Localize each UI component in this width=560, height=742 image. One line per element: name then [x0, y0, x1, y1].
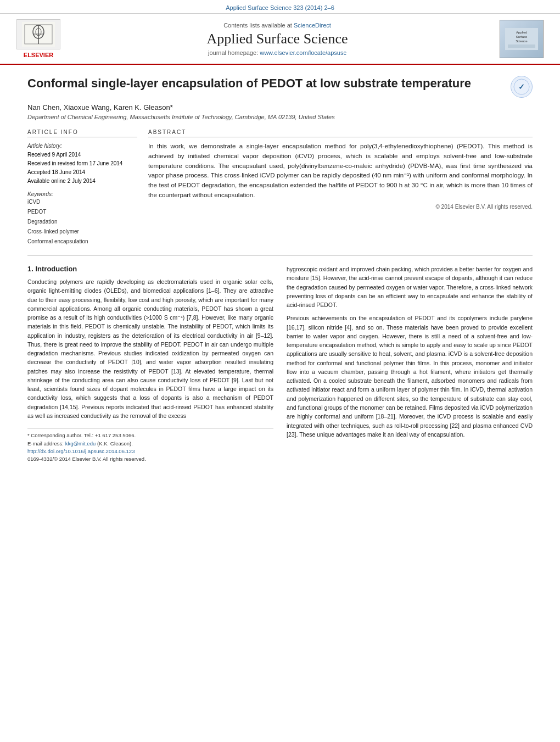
keywords-label: Keywords: — [27, 191, 137, 197]
keyword-icvd: iCVD — [27, 197, 137, 207]
body-two-col: 1. Introduction Conducting polymers are … — [27, 265, 533, 463]
keyword-crosslinked: Cross-linked polymer — [27, 227, 137, 237]
elsevier-brand-text: ELSEVIER — [24, 52, 53, 58]
footnote-email-link[interactable]: kkg@mit.edu — [65, 440, 96, 447]
footnote-email-line: E-mail address: kkg@mit.edu (K.K. Gleaso… — [27, 440, 273, 448]
intro-para-1: Conducting polymers are rapidly developi… — [27, 277, 273, 420]
section-divider — [27, 255, 533, 256]
article-info-abstract-section: ARTICLE INFO Article history: Received 9… — [27, 129, 533, 247]
article-info-column: ARTICLE INFO Article history: Received 9… — [27, 129, 137, 247]
footnote-area: * Corresponding author. Tel.: +1 617 253… — [27, 428, 273, 463]
article-title: Conformal single-layer encapsulation of … — [27, 76, 511, 92]
intro-para-right-2: Previous achievements on the encapsulati… — [287, 314, 533, 439]
svg-text:Surface: Surface — [516, 35, 528, 38]
article-info-header: ARTICLE INFO — [27, 129, 137, 137]
elsevier-logo: ELSEVIER — [11, 19, 66, 58]
svg-rect-10 — [508, 44, 535, 48]
intro-section-title: 1. Introduction — [27, 265, 273, 273]
authors: Nan Chen, Xiaoxue Wang, Karen K. Gleason… — [27, 103, 533, 111]
journal-logo-right: Applied Surface Science — [489, 20, 544, 58]
journal-ref-link[interactable]: Applied Surface Science 323 (2014) 2–6 — [226, 4, 334, 11]
svg-text:Science: Science — [516, 40, 528, 43]
crossmark-badge[interactable]: ✓ — [511, 76, 533, 98]
homepage-label: journal homepage: — [208, 49, 258, 56]
keyword-pedot: PEDOT — [27, 207, 137, 217]
keyword-list: iCVD PEDOT Degradation Cross-linked poly… — [27, 197, 137, 247]
contents-line: Contents lists available at ScienceDirec… — [66, 22, 489, 29]
received-revised-date: Received in revised form 17 June 2014 — [27, 159, 137, 168]
keyword-degradation: Degradation — [27, 217, 137, 227]
author-affiliation: Department of Chemical Engineering, Mass… — [27, 114, 533, 120]
body-col-right: hygroscopic oxidant and improved chain p… — [287, 265, 533, 463]
elsevier-logo-img — [16, 19, 60, 49]
intro-body-right: hygroscopic oxidant and improved chain p… — [287, 265, 533, 439]
keywords-section: Keywords: iCVD PEDOT Degradation Cross-l… — [27, 191, 137, 247]
received-date: Received 9 April 2014 — [27, 150, 137, 159]
top-banner: Applied Surface Science 323 (2014) 2–6 — [0, 0, 560, 14]
footnote-issn: 0169-4332/© 2014 Elsevier B.V. All right… — [27, 455, 273, 463]
footnote-email-name: (K.K. Gleason). — [97, 440, 133, 447]
keyword-conformal: Conformal encapsulation — [27, 237, 137, 247]
intro-para-right-1: hygroscopic oxidant and improved chain p… — [287, 265, 533, 309]
sciencedirect-link[interactable]: ScienceDirect — [294, 22, 331, 29]
copyright-line: © 2014 Elsevier B.V. All rights reserved… — [148, 204, 533, 210]
body-col-left: 1. Introduction Conducting polymers are … — [27, 265, 273, 463]
article-history: Article history: Received 9 April 2014 R… — [27, 142, 137, 186]
article-history-label: Article history: — [27, 142, 137, 150]
journal-title: Applied Surface Science — [66, 31, 489, 47]
homepage-link[interactable]: www.elsevier.com/locate/apsusc — [260, 49, 346, 56]
article-title-section: Conformal single-layer encapsulation of … — [27, 76, 533, 98]
available-online-date: Available online 2 July 2014 — [27, 177, 137, 186]
svg-text:Applied: Applied — [516, 31, 527, 34]
footnote-doi: http://dx.doi.org/10.1016/j.apsusc.2014.… — [27, 448, 273, 455]
author-names: Nan Chen, Xiaoxue Wang, Karen K. Gleason… — [27, 103, 173, 111]
abstract-column: ABSTRACT In this work, we demonstrate a … — [148, 129, 533, 247]
journal-header: ELSEVIER Contents lists available at Sci… — [0, 14, 560, 65]
journal-logo-box: Applied Surface Science — [500, 20, 544, 58]
doi-link[interactable]: http://dx.doi.org/10.1016/j.apsusc.2014.… — [27, 448, 135, 454]
footnote-email-label: E-mail address: — [27, 440, 64, 447]
footnote-star-line: * Corresponding author. Tel.: +1 617 253… — [27, 432, 273, 439]
abstract-header: ABSTRACT — [148, 129, 533, 137]
journal-center: Contents lists available at ScienceDirec… — [66, 22, 489, 56]
svg-text:✓: ✓ — [518, 82, 525, 91]
page-wrapper: Applied Surface Science 323 (2014) 2–6 E… — [0, 0, 560, 474]
paper-content: Conformal single-layer encapsulation of … — [0, 65, 560, 474]
abstract-text: In this work, we demonstrate a single-la… — [148, 142, 533, 200]
intro-body-left: Conducting polymers are rapidly developi… — [27, 277, 273, 420]
contents-text: Contents lists available at — [223, 22, 292, 29]
journal-homepage: journal homepage: www.elsevier.com/locat… — [66, 49, 489, 56]
accepted-date: Accepted 18 June 2014 — [27, 168, 137, 177]
